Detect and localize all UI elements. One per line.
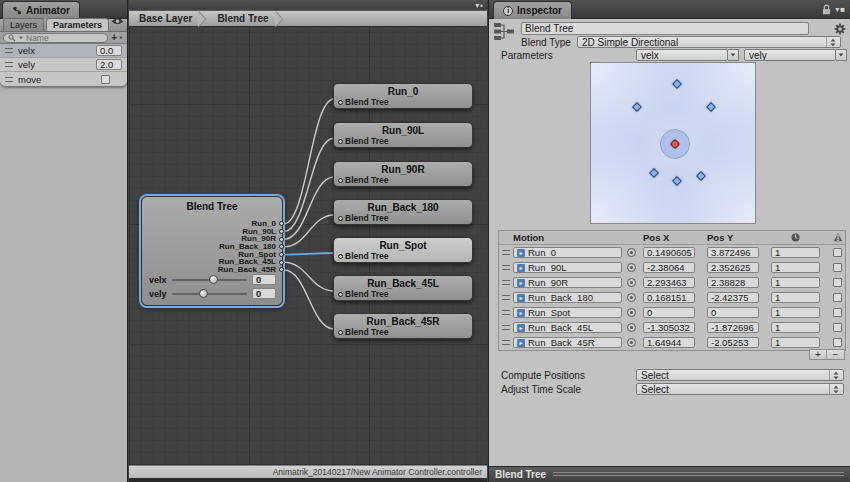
motion-node[interactable]: Run_0 Blend Tree [333,83,473,109]
lock-icon[interactable] [822,4,831,15]
wire-selected[interactable] [284,253,334,255]
mirror-checkbox[interactable] [833,338,842,347]
subtab-layers[interactable]: Layers [3,18,44,31]
speed-field[interactable]: 1 [771,277,820,288]
motion-clip-field[interactable]: ▸ Run_Back_45L [513,322,622,333]
parameter-value-field[interactable]: 0.0 [96,45,122,56]
remove-motion-button[interactable]: − [827,350,844,359]
speed-field[interactable]: 1 [771,292,820,303]
blend-type-dropdown[interactable]: 2D Simple Directional [577,36,841,48]
motion-point[interactable] [706,102,716,112]
motion-clip-field[interactable]: ▸ Run_90L [513,262,622,273]
drag-handle-icon[interactable] [502,325,510,330]
drag-handle-icon[interactable] [502,340,510,345]
speed-field[interactable]: 1 [771,307,820,318]
param-y-dropdown[interactable]: vely [744,49,836,61]
blend-tree-name-field[interactable]: Blend Tree [521,22,809,35]
input-port-icon[interactable] [338,178,343,183]
object-picker-icon[interactable] [627,308,636,317]
add-parameter-button[interactable]: + [111,32,124,43]
preview-header-bar[interactable]: Blend Tree [489,466,850,482]
motion-node[interactable]: Run_90R Blend Tree [333,161,473,187]
graph-canvas[interactable]: Blend Tree Run_0 Run_90L Run_90R Run_Bac… [129,27,487,465]
object-picker-icon[interactable] [627,338,636,347]
param-x-dropdown-button[interactable] [728,49,739,61]
motion-table-row[interactable]: ▸ Run_Spot 0 0 1 [499,305,845,320]
pos-y-field[interactable]: 3.872496 [707,247,759,258]
object-picker-icon[interactable] [627,293,636,302]
motion-point[interactable] [632,102,642,112]
drag-handle-icon[interactable] [5,62,13,67]
output-port-icon[interactable] [279,260,284,265]
pos-x-field[interactable]: 0 [643,307,695,318]
blend-tree-node[interactable]: Blend Tree Run_0 Run_90L Run_90R Run_Bac… [141,196,283,306]
slider-track[interactable] [172,293,247,295]
add-motion-button[interactable]: + [810,350,827,359]
pos-y-field[interactable]: -2.05253 [707,337,759,348]
slider-track[interactable] [172,279,247,281]
wire[interactable] [284,138,334,232]
object-picker-icon[interactable] [627,323,636,332]
drag-handle-icon[interactable] [502,250,510,255]
pos-x-field[interactable]: 0.1490605 [643,247,695,258]
gear-icon[interactable] [834,23,846,35]
pos-x-field[interactable]: -1.305032 [643,322,695,333]
preview-drag-grip[interactable] [553,472,844,477]
pos-y-field[interactable]: 2.38828 [707,277,759,288]
motion-table-row[interactable]: ▸ Run_Back_45R 1.64944 -2.05253 1 [499,335,845,350]
pos-x-field[interactable]: 1.64944 [643,337,695,348]
motion-point[interactable] [672,79,682,89]
motion-clip-field[interactable]: ▸ Run_Back_45R [513,337,622,348]
motion-node[interactable]: Run_Spot Blend Tree [333,237,473,263]
motion-node[interactable]: Run_Back_180 Blend Tree [333,199,473,225]
motion-node[interactable]: Run_Back_45L Blend Tree [333,275,473,301]
slider-thumb[interactable] [209,275,218,284]
parameter-row[interactable]: vely 2.0 [0,58,127,72]
drag-handle-icon[interactable] [502,265,510,270]
pos-x-field[interactable]: 0.168151 [643,292,695,303]
object-picker-icon[interactable] [627,248,636,257]
input-port-icon[interactable] [338,100,343,105]
motion-point[interactable] [696,171,706,181]
output-port-icon[interactable] [279,237,284,242]
search-input[interactable]: Name [3,33,108,43]
motion-point[interactable] [649,168,659,178]
motion-table-row[interactable]: ▸ Run_90L -2.38064 2.352625 1 [499,260,845,275]
wire[interactable] [284,270,334,329]
output-port-icon[interactable] [279,229,284,234]
parameter-value-field[interactable]: 2.0 [96,59,122,70]
blend-sample-dot[interactable] [671,140,679,148]
object-picker-icon[interactable] [627,278,636,287]
motion-clip-field[interactable]: ▸ Run_Spot [513,307,622,318]
parameter-row[interactable]: velx 0.0 [0,44,127,58]
slider-value-field[interactable]: 0 [252,288,276,299]
input-port-icon[interactable] [338,139,343,144]
mirror-checkbox[interactable] [833,248,842,257]
graph-menu-icon[interactable]: ▾▪ [475,1,484,10]
motion-table-row[interactable]: ▸ Run_Back_180 0.168151 -2.42375 1 [499,290,845,305]
parameter-row[interactable]: move [0,72,127,86]
pos-x-field[interactable]: 2.293463 [643,277,695,288]
breadcrumb-item[interactable]: Blend Tree [207,11,274,26]
slider-value-field[interactable]: 0 [252,274,276,285]
speed-field[interactable]: 1 [771,322,820,333]
mirror-checkbox[interactable] [833,263,842,272]
motion-node[interactable]: Run_90L Blend Tree [333,122,473,148]
tab-animator[interactable]: Animator [2,1,80,19]
motion-clip-field[interactable]: ▸ Run_Back_180 [513,292,622,303]
subtab-parameters[interactable]: Parameters [46,18,109,31]
input-port-icon[interactable] [338,216,343,221]
speed-field[interactable]: 1 [771,247,820,258]
slider-thumb[interactable] [199,289,208,298]
compute-positions-dropdown[interactable]: Select [636,369,844,381]
drag-handle-icon[interactable] [502,280,510,285]
mirror-checkbox[interactable] [833,308,842,317]
input-port-icon[interactable] [338,330,343,335]
pos-y-field[interactable]: -2.42375 [707,292,759,303]
mirror-checkbox[interactable] [833,278,842,287]
param-x-dropdown[interactable]: velx [636,49,728,61]
motion-point[interactable] [672,176,682,186]
tab-inspector[interactable]: i Inspector [493,1,572,19]
drag-handle-icon[interactable] [5,48,13,53]
speed-field[interactable]: 1 [771,337,820,348]
